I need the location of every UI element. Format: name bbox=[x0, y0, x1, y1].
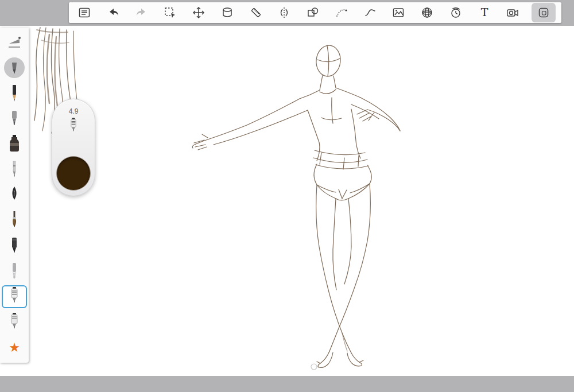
text-tool-icon[interactable]: T bbox=[475, 4, 494, 21]
transform-icon[interactable] bbox=[189, 4, 208, 21]
undo-icon[interactable] bbox=[103, 4, 123, 21]
favorites-star-icon[interactable]: ★ bbox=[2, 336, 27, 359]
brush-puck[interactable]: 4.9 bbox=[52, 99, 95, 196]
fill-icon[interactable] bbox=[218, 4, 237, 21]
brush-dark-marker[interactable] bbox=[2, 235, 27, 258]
color-swatch[interactable] bbox=[56, 156, 91, 191]
brush-fineliner[interactable] bbox=[2, 158, 27, 181]
brush-ink-brush-alt[interactable] bbox=[2, 311, 27, 334]
brush-paintbrush[interactable] bbox=[2, 209, 27, 232]
brush-chisel-marker[interactable] bbox=[2, 107, 27, 130]
text-tool-glyph: T bbox=[480, 6, 488, 18]
brush-sidebar: ★ bbox=[0, 28, 29, 363]
brush-round-button[interactable] bbox=[2, 56, 27, 79]
canvas[interactable] bbox=[0, 26, 574, 376]
marquee-select-icon[interactable] bbox=[160, 4, 180, 21]
canvas-frame-icon[interactable] bbox=[532, 3, 556, 22]
ruler-icon[interactable] bbox=[246, 4, 266, 21]
top-toolbar: T bbox=[69, 2, 561, 23]
figure-sketch bbox=[0, 26, 574, 376]
menu-icon[interactable] bbox=[75, 4, 94, 21]
brush-ink-brush-selected[interactable] bbox=[2, 285, 27, 308]
brush-nib-pen[interactable] bbox=[2, 184, 27, 207]
symmetry-icon[interactable] bbox=[274, 4, 294, 21]
brush-airbrush[interactable] bbox=[2, 31, 27, 54]
perspective-grid-icon[interactable] bbox=[417, 4, 437, 21]
import-image-icon[interactable] bbox=[389, 4, 408, 21]
redo-icon[interactable] bbox=[132, 4, 152, 21]
brush-ink-pot[interactable] bbox=[2, 133, 27, 156]
shapes-icon[interactable] bbox=[303, 4, 323, 21]
puck-brush-icon bbox=[66, 117, 81, 138]
camera-icon[interactable] bbox=[503, 4, 522, 21]
canvas-cursor-dot bbox=[311, 364, 317, 370]
brush-soft-gray[interactable] bbox=[2, 260, 27, 283]
app-window: T bbox=[0, 0, 574, 392]
brush-pencil[interactable] bbox=[2, 82, 27, 105]
predictive-stroke-icon[interactable] bbox=[332, 4, 351, 21]
time-lapse-icon[interactable] bbox=[446, 4, 466, 21]
brush-size-value: 4.9 bbox=[69, 107, 79, 115]
star-glyph: ★ bbox=[9, 341, 20, 354]
stroke-icon[interactable] bbox=[360, 4, 380, 21]
